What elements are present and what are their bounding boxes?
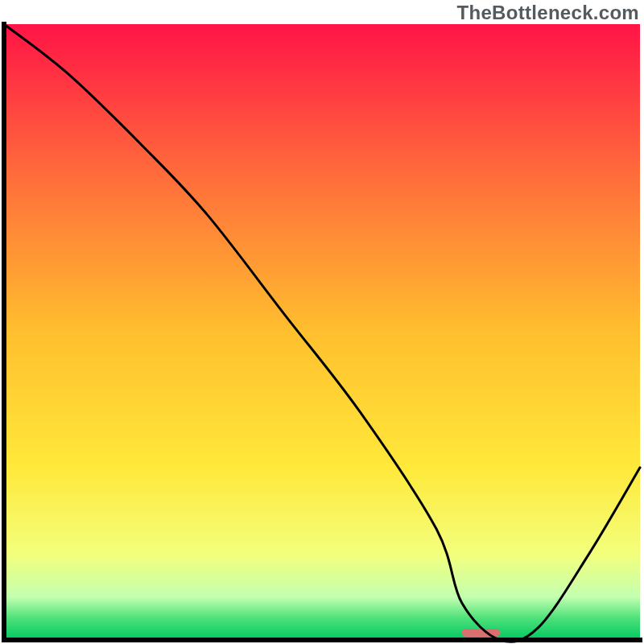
baseline-marker xyxy=(462,629,500,637)
chart-svg xyxy=(0,0,644,644)
chart-container: TheBottleneck.com xyxy=(0,0,644,644)
chart-background xyxy=(4,24,640,640)
